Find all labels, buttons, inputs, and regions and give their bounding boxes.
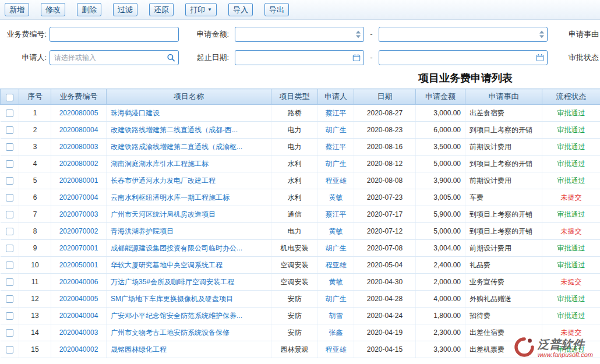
applicant-link[interactable]: 黄敏: [329, 193, 343, 202]
applicant-input[interactable]: [50, 50, 179, 65]
applicant-link[interactable]: 程亚雄: [326, 176, 347, 185]
export-button[interactable]: 导出: [264, 3, 289, 16]
row-checkbox[interactable]: [6, 211, 13, 218]
applicant-link[interactable]: 胡广生: [326, 244, 347, 252]
date-from-input[interactable]: [235, 50, 364, 65]
row-checkbox[interactable]: [6, 245, 13, 252]
status-text[interactable]: 未提交: [561, 278, 582, 286]
column-header-type[interactable]: 项目类型: [271, 89, 318, 105]
project-link[interactable]: 青海洪湖养护院项目: [111, 227, 174, 235]
table-row[interactable]: 12020080005珠海鹤港口建设路桥蔡江平2020-08-273,000.0…: [1, 105, 600, 122]
applicant-link[interactable]: 黄敏: [329, 278, 343, 286]
restore-button[interactable]: 还原: [149, 3, 174, 16]
row-checkbox[interactable]: [6, 194, 13, 202]
calendar-icon[interactable]: [352, 54, 361, 62]
status-text[interactable]: 审批通过: [557, 109, 585, 117]
row-checkbox[interactable]: [6, 278, 13, 286]
row-checkbox[interactable]: [6, 143, 13, 151]
status-text[interactable]: 审批通过: [557, 244, 585, 252]
code-link[interactable]: 2020080001: [59, 176, 98, 185]
project-link[interactable]: 晟铭园林绿化工程: [111, 345, 167, 354]
project-link[interactable]: 广安邓小平纪念馆安全防范系统维护保养...: [111, 312, 242, 320]
code-link[interactable]: 2020040006: [59, 278, 98, 286]
table-row[interactable]: 112020040006万达广场35#会所及咖啡厅空调安装工程空调安装黄敏202…: [1, 274, 600, 291]
code-link[interactable]: 2020040002: [59, 345, 98, 354]
applicant-link[interactable]: 程亚雄: [326, 345, 347, 354]
row-checkbox[interactable]: [6, 329, 13, 337]
row-checkbox[interactable]: [6, 177, 13, 185]
applicant-link[interactable]: 胡广生: [326, 126, 347, 134]
column-header-amount[interactable]: 申请金额: [416, 89, 465, 105]
amount-min-input[interactable]: [235, 27, 364, 42]
row-checkbox[interactable]: [6, 295, 13, 303]
project-link[interactable]: 成都能源建设集团投资有限公司临时办公...: [111, 244, 242, 252]
row-checkbox[interactable]: [6, 261, 13, 269]
filter-button[interactable]: 过滤: [113, 3, 137, 16]
column-header-applicant[interactable]: 申请人: [318, 89, 354, 105]
code-link[interactable]: 2020080005: [59, 109, 98, 117]
project-link[interactable]: 改建铁路线增建第二线直通线（成都-西...: [111, 126, 238, 134]
select-all-checkbox[interactable]: [6, 94, 13, 101]
column-header-reason[interactable]: 申请事由: [465, 89, 542, 105]
project-link[interactable]: 广州市文物考古工地安防系统设备保修: [111, 328, 230, 337]
applicant-link[interactable]: 程亚雄: [326, 261, 347, 269]
code-link[interactable]: 2020080002: [59, 160, 98, 168]
table-row[interactable]: 142020040003广州市文物考古工地安防系统设备保修安防张鑫2020-04…: [1, 324, 600, 341]
table-row[interactable]: 72020070003广州市天河区统计局机房改造项目通信蔡江平2020-07-1…: [1, 206, 600, 223]
add-button[interactable]: 新增: [5, 3, 29, 16]
applicant-link[interactable]: 黄敏: [329, 227, 343, 235]
status-text[interactable]: 审批通过: [557, 295, 585, 303]
column-header-status[interactable]: 流程状态: [542, 89, 600, 105]
code-link[interactable]: 2020070001: [59, 244, 98, 252]
amount-min-spinner-icon[interactable]: [356, 30, 361, 38]
calendar-icon[interactable]: [536, 54, 544, 62]
project-link[interactable]: 云南水利枢纽潜明水库一期工程施工标: [111, 193, 230, 202]
status-text[interactable]: 审批通过: [557, 176, 585, 185]
status-text[interactable]: 未提交: [561, 227, 582, 235]
row-checkbox[interactable]: [6, 109, 13, 117]
row-checkbox[interactable]: [6, 312, 13, 320]
project-link[interactable]: 广州市天河区统计局机房改造项目: [111, 210, 216, 218]
status-text[interactable]: 未提交: [561, 193, 582, 202]
table-row[interactable]: 152020040002晟铭园林绿化工程园林景观程亚雄2020-04-153,3…: [1, 341, 600, 358]
project-link[interactable]: 华软大厦研究基地中央空调系统工程: [111, 261, 223, 269]
project-link[interactable]: 改建铁路成渝线增建第二直通线（成渝枢...: [111, 143, 242, 151]
delete-button[interactable]: 删除: [77, 3, 101, 16]
status-text[interactable]: 审批通过: [557, 210, 585, 218]
applicant-link[interactable]: 蔡江平: [326, 210, 347, 218]
modify-button[interactable]: 修改: [41, 3, 65, 16]
table-row[interactable]: 132020040004广安邓小平纪念馆安全防范系统维护保养...安防胡雪202…: [1, 308, 600, 324]
table-row[interactable]: 22020080004改建铁路线增建第二线直通线（成都-西...电力胡广生202…: [1, 122, 600, 139]
table-row[interactable]: 32020080003改建铁路成渝线增建第二直通线（成渝枢...电力蔡江平202…: [1, 139, 600, 156]
column-header-no[interactable]: 序号: [19, 89, 51, 105]
row-checkbox[interactable]: [6, 346, 13, 354]
code-link[interactable]: 2020040004: [59, 312, 98, 320]
status-text[interactable]: 审批通过: [557, 126, 585, 134]
project-link[interactable]: SM广场地下车库更换摄像机及硬盘项目: [111, 295, 233, 303]
table-row[interactable]: 122020040005SM广场地下车库更换摄像机及硬盘项目安防胡广生2020-…: [1, 291, 600, 308]
table-row[interactable]: 102020050001华软大厦研究基地中央空调系统工程空调安装程亚雄2020-…: [1, 257, 600, 274]
column-header-project[interactable]: 项目名称: [107, 89, 271, 105]
project-link[interactable]: 珠海鹤港口建设: [111, 109, 160, 117]
code-link[interactable]: 2020040005: [59, 295, 98, 303]
project-link[interactable]: 万达广场35#会所及咖啡厅空调安装工程: [111, 278, 234, 286]
table-row[interactable]: 52020080001长春市伊通河水力发电厂改建工程水利程亚雄2020-08-0…: [1, 172, 600, 189]
applicant-link[interactable]: 胡广生: [326, 160, 347, 168]
applicant-link[interactable]: 蔡江平: [326, 109, 347, 117]
print-button[interactable]: 打印▼: [185, 3, 217, 16]
status-text[interactable]: 审批通过: [557, 345, 585, 354]
project-link[interactable]: 湖南洞庭湖水库引水工程施工标: [111, 160, 209, 168]
row-checkbox[interactable]: [6, 126, 13, 134]
amount-max-spinner-icon[interactable]: [539, 30, 544, 38]
code-link[interactable]: 2020080004: [59, 126, 98, 134]
table-row[interactable]: 42020080002湖南洞庭湖水库引水工程施工标水利胡广生2020-08-12…: [1, 156, 600, 172]
search-icon[interactable]: [167, 53, 175, 62]
applicant-link[interactable]: 胡广生: [326, 295, 347, 303]
applicant-link[interactable]: 张鑫: [329, 328, 343, 337]
table-row[interactable]: 92020070001成都能源建设集团投资有限公司临时办公...机电安装胡广生2…: [1, 240, 600, 257]
code-link[interactable]: 2020050001: [59, 261, 98, 269]
applicant-link[interactable]: 蔡江平: [326, 143, 347, 151]
business-no-input[interactable]: [50, 27, 179, 42]
table-row[interactable]: 82020070002青海洪湖养护院项目电力黄敏2020-07-125,000.…: [1, 223, 600, 240]
column-header-code[interactable]: 业务费编号: [51, 89, 107, 105]
